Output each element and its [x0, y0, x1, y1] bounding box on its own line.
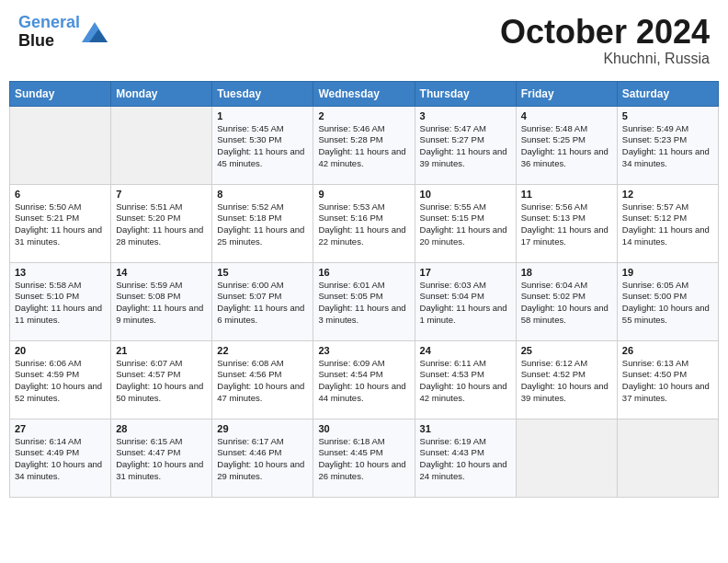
- day-number: 1: [217, 110, 308, 121]
- day-info: Sunrise: 5:48 AM Sunset: 5:25 PM Dayligh…: [521, 123, 612, 170]
- calendar-cell: 7Sunrise: 5:51 AM Sunset: 5:20 PM Daylig…: [111, 184, 212, 262]
- day-info: Sunrise: 5:55 AM Sunset: 5:15 PM Dayligh…: [420, 201, 511, 248]
- day-number: 23: [318, 345, 409, 356]
- day-number: 10: [420, 189, 511, 200]
- day-number: 13: [15, 267, 106, 278]
- calendar-cell: 16Sunrise: 6:01 AM Sunset: 5:05 PM Dayli…: [313, 262, 415, 340]
- week-row-4: 20Sunrise: 6:06 AM Sunset: 4:59 PM Dayli…: [10, 340, 719, 419]
- day-info: Sunrise: 5:53 AM Sunset: 5:16 PM Dayligh…: [318, 201, 409, 248]
- calendar-cell: 10Sunrise: 5:55 AM Sunset: 5:15 PM Dayli…: [415, 184, 516, 262]
- weekday-header-saturday: Saturday: [617, 81, 718, 106]
- day-number: 20: [15, 345, 106, 356]
- day-info: Sunrise: 6:09 AM Sunset: 4:54 PM Dayligh…: [318, 358, 409, 405]
- day-info: Sunrise: 5:46 AM Sunset: 5:28 PM Dayligh…: [318, 123, 409, 170]
- day-number: 7: [116, 189, 207, 200]
- day-number: 24: [420, 345, 511, 356]
- calendar-cell: 25Sunrise: 6:12 AM Sunset: 4:52 PM Dayli…: [516, 340, 617, 419]
- day-number: 31: [420, 423, 511, 434]
- calendar-cell: 4Sunrise: 5:48 AM Sunset: 5:25 PM Daylig…: [516, 106, 617, 184]
- title-block: October 2024 Khuchni, Russia: [500, 14, 710, 67]
- day-info: Sunrise: 5:52 AM Sunset: 5:18 PM Dayligh…: [217, 201, 308, 248]
- week-row-3: 13Sunrise: 5:58 AM Sunset: 5:10 PM Dayli…: [10, 262, 719, 340]
- day-info: Sunrise: 6:14 AM Sunset: 4:49 PM Dayligh…: [15, 436, 106, 483]
- weekday-header-monday: Monday: [111, 81, 212, 106]
- calendar-cell: 12Sunrise: 5:57 AM Sunset: 5:12 PM Dayli…: [617, 184, 718, 262]
- day-info: Sunrise: 5:47 AM Sunset: 5:27 PM Dayligh…: [420, 123, 511, 170]
- calendar-cell: 15Sunrise: 6:00 AM Sunset: 5:07 PM Dayli…: [212, 262, 313, 340]
- day-number: 17: [420, 267, 511, 278]
- calendar-cell: 5Sunrise: 5:49 AM Sunset: 5:23 PM Daylig…: [617, 106, 718, 184]
- calendar-cell: 22Sunrise: 6:08 AM Sunset: 4:56 PM Dayli…: [212, 340, 313, 419]
- day-number: 12: [622, 189, 713, 200]
- calendar-cell: [111, 106, 212, 184]
- calendar-cell: 19Sunrise: 6:05 AM Sunset: 5:00 PM Dayli…: [617, 262, 718, 340]
- day-number: 27: [15, 423, 106, 434]
- calendar-cell: 29Sunrise: 6:17 AM Sunset: 4:46 PM Dayli…: [212, 419, 313, 497]
- day-number: 8: [217, 189, 308, 200]
- calendar-cell: 18Sunrise: 6:04 AM Sunset: 5:02 PM Dayli…: [516, 262, 617, 340]
- day-number: 14: [116, 267, 207, 278]
- week-row-5: 27Sunrise: 6:14 AM Sunset: 4:49 PM Dayli…: [10, 419, 719, 497]
- day-info: Sunrise: 5:50 AM Sunset: 5:21 PM Dayligh…: [15, 201, 106, 248]
- week-row-2: 6Sunrise: 5:50 AM Sunset: 5:21 PM Daylig…: [10, 184, 719, 262]
- day-number: 15: [217, 267, 308, 278]
- day-number: 29: [217, 423, 308, 434]
- calendar-cell: 30Sunrise: 6:18 AM Sunset: 4:45 PM Dayli…: [313, 419, 415, 497]
- calendar-cell: 21Sunrise: 6:07 AM Sunset: 4:57 PM Dayli…: [111, 340, 212, 419]
- calendar-cell: 9Sunrise: 5:53 AM Sunset: 5:16 PM Daylig…: [313, 184, 415, 262]
- logo-text: GeneralBlue: [18, 14, 80, 51]
- day-info: Sunrise: 6:12 AM Sunset: 4:52 PM Dayligh…: [521, 358, 612, 405]
- weekday-header-thursday: Thursday: [415, 81, 516, 106]
- day-number: 6: [15, 189, 106, 200]
- day-info: Sunrise: 5:45 AM Sunset: 5:30 PM Dayligh…: [217, 123, 308, 170]
- day-info: Sunrise: 6:06 AM Sunset: 4:59 PM Dayligh…: [15, 358, 106, 405]
- day-info: Sunrise: 6:00 AM Sunset: 5:07 PM Dayligh…: [217, 280, 308, 327]
- calendar-cell: 13Sunrise: 5:58 AM Sunset: 5:10 PM Dayli…: [10, 262, 111, 340]
- day-info: Sunrise: 6:18 AM Sunset: 4:45 PM Dayligh…: [318, 436, 409, 483]
- day-number: 9: [318, 189, 409, 200]
- day-number: 4: [521, 110, 612, 121]
- day-number: 16: [318, 267, 409, 278]
- day-info: Sunrise: 5:49 AM Sunset: 5:23 PM Dayligh…: [622, 123, 713, 170]
- page-header: GeneralBlue October 2024 Khuchni, Russia: [9, 9, 719, 72]
- day-number: 2: [318, 110, 409, 121]
- day-info: Sunrise: 6:13 AM Sunset: 4:50 PM Dayligh…: [622, 358, 713, 405]
- calendar-cell: 20Sunrise: 6:06 AM Sunset: 4:59 PM Dayli…: [10, 340, 111, 419]
- calendar-cell: 3Sunrise: 5:47 AM Sunset: 5:27 PM Daylig…: [415, 106, 516, 184]
- calendar-cell: 14Sunrise: 5:59 AM Sunset: 5:08 PM Dayli…: [111, 262, 212, 340]
- logo: GeneralBlue: [18, 14, 108, 51]
- day-number: 28: [116, 423, 207, 434]
- calendar-cell: 6Sunrise: 5:50 AM Sunset: 5:21 PM Daylig…: [10, 184, 111, 262]
- day-info: Sunrise: 5:57 AM Sunset: 5:12 PM Dayligh…: [622, 201, 713, 248]
- calendar-cell: 23Sunrise: 6:09 AM Sunset: 4:54 PM Dayli…: [313, 340, 415, 419]
- day-number: 22: [217, 345, 308, 356]
- day-number: 18: [521, 267, 612, 278]
- day-info: Sunrise: 6:03 AM Sunset: 5:04 PM Dayligh…: [420, 280, 511, 327]
- day-info: Sunrise: 6:05 AM Sunset: 5:00 PM Dayligh…: [622, 280, 713, 327]
- day-info: Sunrise: 5:51 AM Sunset: 5:20 PM Dayligh…: [116, 201, 207, 248]
- weekday-header-row: SundayMondayTuesdayWednesdayThursdayFrid…: [10, 81, 719, 106]
- logo-icon: [82, 22, 108, 42]
- month-title: October 2024: [500, 14, 710, 51]
- day-number: 5: [622, 110, 713, 121]
- day-number: 26: [622, 345, 713, 356]
- day-info: Sunrise: 6:04 AM Sunset: 5:02 PM Dayligh…: [521, 280, 612, 327]
- day-info: Sunrise: 6:19 AM Sunset: 4:43 PM Dayligh…: [420, 436, 511, 483]
- day-number: 30: [318, 423, 409, 434]
- calendar-cell: 26Sunrise: 6:13 AM Sunset: 4:50 PM Dayli…: [617, 340, 718, 419]
- day-info: Sunrise: 6:11 AM Sunset: 4:53 PM Dayligh…: [420, 358, 511, 405]
- calendar-cell: 28Sunrise: 6:15 AM Sunset: 4:47 PM Dayli…: [111, 419, 212, 497]
- calendar-cell: 1Sunrise: 5:45 AM Sunset: 5:30 PM Daylig…: [212, 106, 313, 184]
- calendar-cell: [617, 419, 718, 497]
- day-number: 19: [622, 267, 713, 278]
- day-info: Sunrise: 6:08 AM Sunset: 4:56 PM Dayligh…: [217, 358, 308, 405]
- day-info: Sunrise: 5:58 AM Sunset: 5:10 PM Dayligh…: [15, 280, 106, 327]
- day-info: Sunrise: 5:59 AM Sunset: 5:08 PM Dayligh…: [116, 280, 207, 327]
- calendar-cell: 8Sunrise: 5:52 AM Sunset: 5:18 PM Daylig…: [212, 184, 313, 262]
- day-number: 21: [116, 345, 207, 356]
- weekday-header-sunday: Sunday: [10, 81, 111, 106]
- calendar-cell: 2Sunrise: 5:46 AM Sunset: 5:28 PM Daylig…: [313, 106, 415, 184]
- calendar-cell: 31Sunrise: 6:19 AM Sunset: 4:43 PM Dayli…: [415, 419, 516, 497]
- calendar-cell: [516, 419, 617, 497]
- day-info: Sunrise: 6:07 AM Sunset: 4:57 PM Dayligh…: [116, 358, 207, 405]
